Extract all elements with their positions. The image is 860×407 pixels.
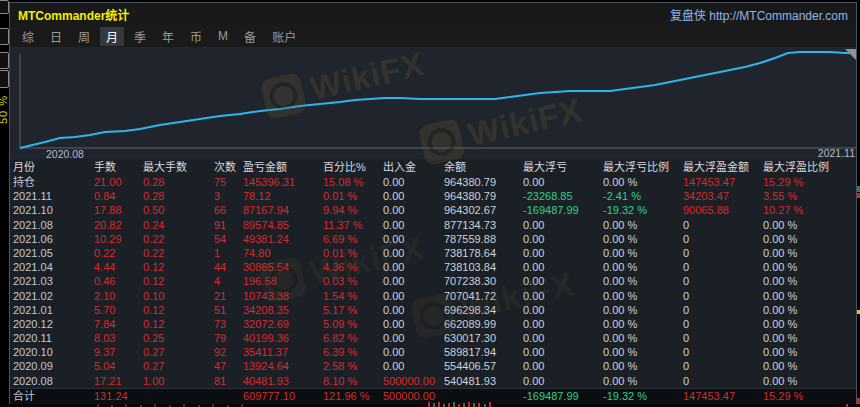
menu-item-4[interactable]: 月 — [100, 27, 124, 46]
menu-item-10[interactable]: 账户 — [266, 27, 302, 46]
table-cell: 2021.10 — [13, 203, 94, 217]
menu-item-5[interactable]: 季 — [128, 27, 152, 46]
table-row[interactable]: 2020.109.370.279235411.376.39 %0.0058981… — [10, 345, 856, 359]
table-cell: 0.00 — [523, 175, 603, 189]
table-cell: 40199.36 — [243, 331, 323, 345]
table-cell: 78.12 — [243, 189, 323, 203]
table-cell: 0.27 — [143, 359, 214, 373]
table-row[interactable]: 2020.095.040.274713924.642.58 %0.0055440… — [10, 359, 856, 373]
table-cell: 0 — [683, 232, 763, 246]
backdrop-candle-tick — [468, 402, 470, 407]
table-cell: 2021.08 — [13, 218, 94, 232]
table-cell: 0.00 % — [603, 303, 683, 317]
table-cell: 91 — [214, 218, 243, 232]
table-row[interactable]: 2021.0820.820.249189574.8511.37 %0.00877… — [10, 218, 856, 232]
backdrop-icon — [0, 52, 9, 69]
table-cell: -2.41 % — [603, 189, 683, 203]
table-cell: 696298.34 — [444, 303, 523, 317]
table-cell: -169487.99 — [523, 389, 603, 404]
table-cell: 0 — [683, 289, 763, 303]
menu-item-7[interactable]: 币 — [184, 27, 208, 46]
table-row[interactable]: 2020.0817.211.008140481.938.10 %500000.0… — [10, 374, 856, 388]
backdrop-candle-tick — [453, 402, 455, 407]
table-cell: 0.25 — [143, 331, 214, 345]
table-cell: 2021.03 — [13, 274, 94, 288]
table-cell: -169487.99 — [523, 203, 603, 217]
menu-item-8[interactable]: M — [212, 28, 234, 44]
table-cell: 0.12 — [143, 303, 214, 317]
table-cell: 7.84 — [94, 317, 143, 331]
table-cell: 4 — [214, 274, 243, 288]
menu-item-2[interactable]: 日 — [44, 27, 68, 46]
table-cell: 10.29 — [94, 232, 143, 246]
backdrop-icon — [0, 70, 9, 88]
table-row[interactable]: 2021.030.460.124196.580.03 %0.00707238.3… — [10, 274, 856, 288]
table-cell: 0.24 — [143, 218, 214, 232]
table-cell: 13924.64 — [243, 359, 323, 373]
table-row[interactable]: 2021.050.220.22174.800.01 %0.00738178.64… — [10, 246, 856, 260]
backdrop-candle-tick — [478, 403, 480, 407]
table-cell: 121.96 % — [323, 389, 383, 404]
table-cell: 2.10 — [94, 289, 143, 303]
table-cell: 10.27 % — [763, 203, 856, 217]
table-cell: 2020.11 — [13, 331, 94, 345]
table-cell: 0.00 % — [603, 246, 683, 260]
table-row[interactable]: 2021.110.840.28378.120.01 %0.00964380.79… — [10, 189, 856, 203]
table-cell: 0.03 % — [323, 274, 383, 288]
table-cell: 4.36 % — [323, 260, 383, 274]
table-cell: 0.46 — [94, 274, 143, 288]
table-cell: 738178.64 — [444, 246, 523, 260]
backdrop-candle-tick — [428, 402, 430, 407]
equity-chart: 2020.082021.11 — [10, 47, 856, 159]
table-cell: 0.12 — [143, 274, 214, 288]
table-cell: 0 — [683, 331, 763, 345]
table-row[interactable]: 2020.127.840.127332072.695.09 %0.0066208… — [10, 317, 856, 331]
table-cell: 147453.47 — [683, 175, 763, 189]
table-cell: 0.00 % — [763, 317, 856, 331]
table-cell: 81 — [214, 374, 243, 388]
table-cell: 49381.24 — [243, 232, 323, 246]
table-cell: 75 — [214, 175, 243, 189]
table-cell: 3 — [214, 189, 243, 203]
stats-table: 月份手数最大手数次数盈亏金额百分比%出入金余额最大浮亏最大浮亏比例最大浮盈金额最… — [10, 159, 856, 403]
table-cell: -23268.85 — [523, 189, 603, 203]
table-cell: 2021.06 — [13, 232, 94, 246]
table-row[interactable]: 2021.0610.290.225449381.246.69 %0.007875… — [10, 232, 856, 246]
table-cell: 17.21 — [94, 374, 143, 388]
table-cell: 54 — [214, 232, 243, 246]
menu-item-9[interactable]: 备 — [238, 27, 262, 46]
table-cell: 0.00 — [523, 218, 603, 232]
table-cell: 最大浮盈比例 — [763, 159, 856, 175]
table-cell: 0.00 — [383, 317, 444, 331]
table-row[interactable]: 持仓21.000.2875145396.3115.08 %0.00964380.… — [10, 175, 856, 189]
table-cell: 34208.35 — [243, 303, 323, 317]
table-cell: 5.70 — [94, 303, 143, 317]
screen: { "backdrop": { "vertical_label": "50 %"… — [0, 0, 860, 407]
chart-end-marker-icon — [845, 49, 856, 60]
menu-item-1[interactable]: 综 — [16, 27, 40, 46]
table-row[interactable]: 2021.022.100.102110743.381.54 %0.0070704… — [10, 289, 856, 303]
table-row[interactable]: 2020.118.030.257940199.366.82 %0.0063001… — [10, 331, 856, 345]
table-cell: 0.00 — [383, 218, 444, 232]
table-cell: 787559.88 — [444, 232, 523, 246]
table-cell: 合计 — [13, 389, 94, 404]
table-cell: 1 — [214, 246, 243, 260]
table-cell — [143, 389, 214, 404]
table-cell: 90065.88 — [683, 203, 763, 217]
table-cell: 最大手数 — [143, 159, 214, 175]
menu-item-6[interactable]: 年 — [156, 27, 180, 46]
table-cell: 11.37 % — [323, 218, 383, 232]
table-cell: 500000.00 — [383, 374, 444, 388]
backdrop-candle-tick — [433, 403, 435, 407]
table-row[interactable]: 2021.044.440.124430865.544.36 %0.0073810… — [10, 260, 856, 274]
table-cell: 3.55 % — [763, 189, 856, 203]
table-cell: 0.00 — [523, 232, 603, 246]
table-cell: 0.00 — [383, 260, 444, 274]
title-bar: MTCommander统计 复盘侠 http://MTCommander.com — [10, 3, 856, 25]
menu-item-3[interactable]: 周 — [72, 27, 96, 46]
table-row[interactable]: 2021.1017.880.506687167.949.94 %0.009643… — [10, 203, 856, 217]
table-header-row: 月份手数最大手数次数盈亏金额百分比%出入金余额最大浮亏最大浮亏比例最大浮盈金额最… — [10, 159, 856, 175]
table-cell: 0.00 — [383, 359, 444, 373]
table-cell: 9.37 — [94, 345, 143, 359]
table-row[interactable]: 2021.015.700.125134208.355.17 %0.0069629… — [10, 303, 856, 317]
